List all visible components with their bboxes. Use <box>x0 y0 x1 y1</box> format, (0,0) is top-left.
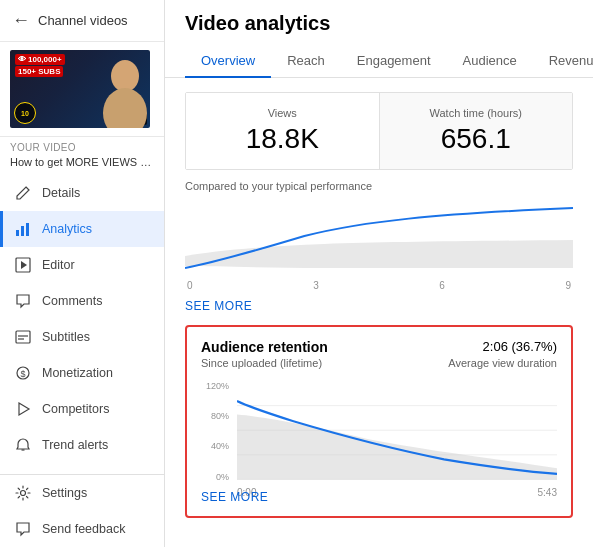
sidebar-item-analytics[interactable]: Analytics <box>0 211 164 247</box>
analytics-icon <box>14 220 32 238</box>
tab-revenue[interactable]: Revenue <box>533 45 593 78</box>
see-more-button[interactable]: SEE MORE <box>185 299 252 313</box>
svg-rect-6 <box>16 331 30 343</box>
tab-audience[interactable]: Audience <box>447 45 533 78</box>
watch-time-stat-card: Watch time (hours) 656.1 <box>380 93 573 169</box>
sidebar-item-monetization[interactable]: $ Monetization <box>0 355 164 391</box>
tab-reach[interactable]: Reach <box>271 45 341 78</box>
sidebar-item-editor[interactable]: Editor <box>0 247 164 283</box>
svg-point-1 <box>103 88 147 128</box>
sidebar-item-competitors-label: Competitors <box>42 402 109 416</box>
y-label-80: 80% <box>201 411 229 421</box>
tab-overview[interactable]: Overview <box>185 45 271 78</box>
video-info: Your video How to get MORE VIEWS and MOR… <box>0 137 164 175</box>
send-feedback-icon <box>14 520 32 538</box>
video-thumbnail[interactable]: 👁 100,000+ 150+ SUBS 10 5:43 <box>10 50 150 128</box>
sidebar-item-trend-alerts[interactable]: Trend alerts <box>0 427 164 463</box>
retention-chart-wrapper: 120% 80% 40% 0% <box>201 381 557 482</box>
tab-engagement[interactable]: Engagement <box>341 45 447 78</box>
main-content: Video analytics Overview Reach Engagemen… <box>165 0 593 547</box>
competitors-icon <box>14 400 32 418</box>
retention-y-axis: 120% 80% 40% 0% <box>201 381 233 482</box>
overview-chart-svg <box>185 196 573 276</box>
sidebar-item-details[interactable]: Details <box>0 175 164 211</box>
chart-x-labels: 0 3 6 9 <box>185 280 573 291</box>
sidebar-item-send-feedback-label: Send feedback <box>42 522 125 536</box>
retention-x-labels: 0:00 5:43 <box>237 487 557 498</box>
main-body: Views 18.8K Watch time (hours) 656.1 Com… <box>165 78 593 547</box>
watch-time-label: Watch time (hours) <box>398 107 555 119</box>
sidebar-item-analytics-label: Analytics <box>42 222 92 236</box>
sidebar-item-trend-alerts-label: Trend alerts <box>42 438 108 452</box>
sidebar-item-subtitles-label: Subtitles <box>42 330 90 344</box>
sidebar-item-most-viewed[interactable]: Most viewed <box>0 463 164 474</box>
thumbnail-views-badge: 👁 100,000+ <box>15 54 65 65</box>
tabs-bar: Overview Reach Engagement Audience Reven… <box>185 45 573 77</box>
retention-meta: Since uploaded (lifetime) Average view d… <box>201 357 557 375</box>
comparison-text: Compared to your typical performance <box>185 180 573 192</box>
svg-rect-3 <box>21 226 24 236</box>
sidebar-item-competitors[interactable]: Competitors <box>0 391 164 427</box>
video-thumbnail-section: 👁 100,000+ 150+ SUBS 10 5:43 <box>0 42 164 137</box>
svg-point-0 <box>111 60 139 92</box>
retention-title: Audience retention <box>201 339 328 355</box>
sidebar-item-editor-label: Editor <box>42 258 75 272</box>
edit-icon <box>14 184 32 202</box>
sidebar-title: Channel videos <box>38 13 128 28</box>
views-label: Views <box>204 107 361 119</box>
video-title: How to get MORE VIEWS and MORE ... <box>10 155 154 169</box>
thumbnail-person-icon <box>100 58 150 128</box>
svg-text:$: $ <box>21 369 26 379</box>
subtitles-icon <box>14 328 32 346</box>
thumbnail-badge: 10 <box>14 102 36 124</box>
main-header: Video analytics Overview Reach Engagemen… <box>165 0 593 78</box>
retention-card: Audience retention 2:06 (36.7%) Since up… <box>185 325 573 518</box>
y-label-120: 120% <box>201 381 229 391</box>
retention-see-more-button[interactable]: SEE MORE <box>201 490 268 504</box>
sidebar-bottom: Settings Send feedback <box>0 474 164 547</box>
retention-sub-right: Average view duration <box>448 357 557 375</box>
overview-chart <box>185 196 573 276</box>
watch-time-value: 656.1 <box>398 123 555 155</box>
sidebar-item-settings-label: Settings <box>42 486 87 500</box>
retention-chart-area: 0:00 5:43 <box>237 381 557 482</box>
y-label-0: 0% <box>201 472 229 482</box>
trend-alerts-icon <box>14 436 32 454</box>
comments-icon <box>14 292 32 310</box>
sidebar-item-subtitles[interactable]: Subtitles <box>0 319 164 355</box>
sidebar-item-comments-label: Comments <box>42 294 102 308</box>
sidebar-item-details-label: Details <box>42 186 80 200</box>
retention-stat: 2:06 (36.7%) <box>483 339 557 354</box>
retention-subtitle: Since uploaded (lifetime) <box>201 357 322 369</box>
views-stat-card: Views 18.8K <box>186 93 380 169</box>
svg-point-15 <box>21 491 26 496</box>
sidebar-nav: Details Analytics Editor Comments Subtit… <box>0 175 164 474</box>
monetization-icon: $ <box>14 364 32 382</box>
page-title: Video analytics <box>185 12 573 35</box>
retention-chart-svg <box>237 381 557 482</box>
retention-header: Audience retention 2:06 (36.7%) <box>201 339 557 355</box>
svg-marker-11 <box>19 403 29 415</box>
settings-icon <box>14 484 32 502</box>
sidebar-item-comments[interactable]: Comments <box>0 283 164 319</box>
svg-rect-2 <box>16 230 19 236</box>
editor-icon <box>14 256 32 274</box>
svg-rect-4 <box>26 223 29 236</box>
back-button[interactable]: ← <box>12 10 30 31</box>
sidebar-item-send-feedback[interactable]: Send feedback <box>0 511 164 547</box>
sidebar-item-settings[interactable]: Settings <box>0 475 164 511</box>
sidebar: ← Channel videos 👁 100,000+ 150+ SUBS 10… <box>0 0 165 547</box>
sidebar-item-monetization-label: Monetization <box>42 366 113 380</box>
sidebar-header: ← Channel videos <box>0 0 164 42</box>
thumbnail-subs-badge: 150+ SUBS <box>15 66 63 77</box>
views-value: 18.8K <box>204 123 361 155</box>
y-label-40: 40% <box>201 441 229 451</box>
stats-row: Views 18.8K Watch time (hours) 656.1 <box>185 92 573 170</box>
your-video-label: Your video <box>10 142 154 153</box>
